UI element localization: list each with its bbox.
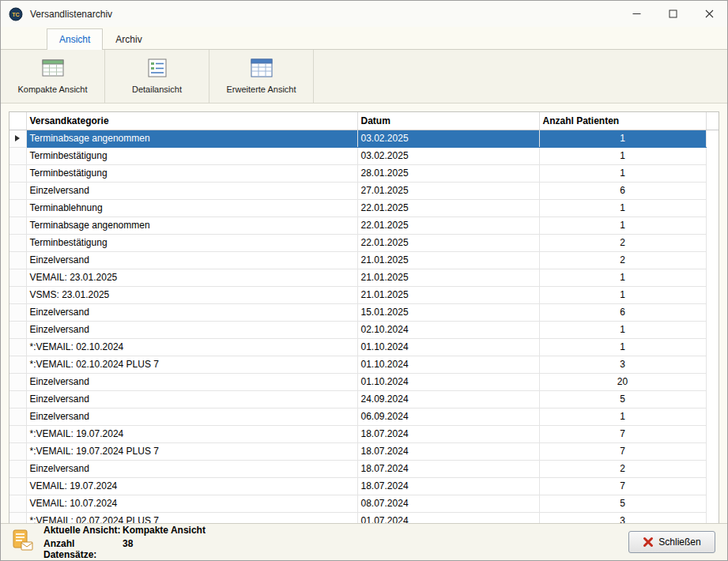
cell-versandkategorie[interactable]: VEMAIL: 23.01.2025	[26, 269, 357, 286]
row-selector-cell[interactable]	[9, 477, 26, 495]
table-row[interactable]: Terminablehnung22.01.20251	[9, 199, 719, 216]
cell-anzahl-patienten[interactable]: 1	[539, 216, 706, 234]
header-datum[interactable]: Datum	[357, 112, 539, 130]
detailansicht-button[interactable]: Detailansicht	[105, 50, 209, 103]
table-row[interactable]: Terminbestätigung28.01.20251	[9, 164, 719, 182]
cell-anzahl-patienten[interactable]: 1	[539, 408, 706, 425]
cell-anzahl-patienten[interactable]: 7	[539, 442, 706, 460]
cell-versandkategorie[interactable]: Einzelversand	[26, 182, 357, 199]
cell-versandkategorie[interactable]: Einzelversand	[26, 408, 357, 425]
row-selector-cell[interactable]	[9, 251, 26, 269]
cell-datum[interactable]: 18.07.2024	[357, 425, 539, 442]
table-row[interactable]: Terminabsage angenommen22.01.20251	[9, 216, 719, 234]
tab-ansicht[interactable]: Ansicht	[47, 28, 103, 50]
cell-anzahl-patienten[interactable]: 5	[539, 390, 706, 408]
row-selector-cell[interactable]	[9, 182, 26, 199]
cell-anzahl-patienten[interactable]: 1	[539, 130, 706, 147]
table-row[interactable]: *:VEMAIL: 19.07.2024 PLUS 718.07.20247	[9, 442, 719, 460]
cell-versandkategorie[interactable]: VSMS: 23.01.2025	[26, 286, 357, 303]
cell-versandkategorie[interactable]: Einzelversand	[26, 460, 357, 477]
cell-datum[interactable]: 08.07.2024	[357, 495, 539, 512]
cell-datum[interactable]: 18.07.2024	[357, 477, 539, 495]
row-selector-cell[interactable]	[9, 460, 26, 477]
cell-anzahl-patienten[interactable]: 3	[539, 356, 706, 373]
row-selector-cell[interactable]	[9, 286, 26, 303]
cell-versandkategorie[interactable]: *:VEMAIL: 02.10.2024 PLUS 7	[26, 356, 357, 373]
row-selector-cell[interactable]	[9, 199, 26, 216]
cell-versandkategorie[interactable]: Terminabsage angenommen	[26, 130, 357, 147]
cell-versandkategorie[interactable]: Terminabsage angenommen	[26, 216, 357, 234]
schliessen-button[interactable]: Schließen	[628, 531, 715, 553]
cell-datum[interactable]: 01.10.2024	[357, 356, 539, 373]
cell-versandkategorie[interactable]: Terminablehnung	[26, 199, 357, 216]
cell-datum[interactable]: 22.01.2025	[357, 216, 539, 234]
table-row[interactable]: Terminbestätigung03.02.20251	[9, 147, 719, 164]
cell-versandkategorie[interactable]: Einzelversand	[26, 373, 357, 390]
cell-anzahl-patienten[interactable]: 1	[539, 286, 706, 303]
minimize-button[interactable]	[618, 1, 654, 27]
cell-datum[interactable]: 21.01.2025	[357, 286, 539, 303]
row-selector-cell[interactable]	[9, 408, 26, 425]
table-row[interactable]: Einzelversand15.01.20256	[9, 303, 719, 321]
table-row[interactable]: *:VEMAIL: 02.10.2024 PLUS 701.10.20243	[9, 356, 719, 373]
row-selector-cell[interactable]	[9, 321, 26, 338]
cell-anzahl-patienten[interactable]: 7	[539, 425, 706, 442]
cell-anzahl-patienten[interactable]: 1	[539, 164, 706, 182]
table-row[interactable]: Terminbestätigung22.01.20252	[9, 234, 719, 251]
cell-datum[interactable]: 06.09.2024	[357, 408, 539, 425]
table-row[interactable]: Terminabsage angenommen03.02.20251	[9, 130, 719, 147]
cell-versandkategorie[interactable]: Terminbestätigung	[26, 234, 357, 251]
erweiterte-ansicht-button[interactable]: Erweiterte Ansicht	[209, 50, 313, 103]
kompakte-ansicht-button[interactable]: Kompakte Ansicht	[1, 50, 104, 103]
table-row[interactable]: *:VEMAIL: 02.07.2024 PLUS 701.07.20243	[9, 512, 719, 523]
cell-anzahl-patienten[interactable]: 6	[539, 303, 706, 321]
table-row[interactable]: Einzelversand21.01.20252	[9, 251, 719, 269]
cell-anzahl-patienten[interactable]: 6	[539, 182, 706, 199]
cell-datum[interactable]: 02.10.2024	[357, 321, 539, 338]
cell-anzahl-patienten[interactable]: 5	[539, 495, 706, 512]
cell-anzahl-patienten[interactable]: 20	[539, 373, 706, 390]
cell-anzahl-patienten[interactable]: 3	[539, 512, 706, 523]
maximize-button[interactable]	[654, 1, 691, 27]
cell-datum[interactable]: 21.01.2025	[357, 269, 539, 286]
table-row[interactable]: VEMAIL: 19.07.202418.07.20247	[9, 477, 719, 495]
row-selector-cell[interactable]	[9, 338, 26, 356]
cell-datum[interactable]: 18.07.2024	[357, 460, 539, 477]
tab-archiv[interactable]: Archiv	[103, 28, 154, 49]
cell-versandkategorie[interactable]: *:VEMAIL: 19.07.2024	[26, 425, 357, 442]
cell-datum[interactable]: 01.10.2024	[357, 373, 539, 390]
cell-anzahl-patienten[interactable]: 1	[539, 147, 706, 164]
cell-versandkategorie[interactable]: Terminbestätigung	[26, 164, 357, 182]
cell-versandkategorie[interactable]: Einzelversand	[26, 390, 357, 408]
cell-datum[interactable]: 01.07.2024	[357, 512, 539, 523]
cell-anzahl-patienten[interactable]: 2	[539, 460, 706, 477]
cell-versandkategorie[interactable]: *:VEMAIL: 02.07.2024 PLUS 7	[26, 512, 357, 523]
cell-anzahl-patienten[interactable]: 1	[539, 269, 706, 286]
row-selector-cell[interactable]	[9, 147, 26, 164]
row-selector-cell[interactable]	[9, 442, 26, 460]
cell-datum[interactable]: 03.02.2025	[357, 147, 539, 164]
cell-datum[interactable]: 15.01.2025	[357, 303, 539, 321]
cell-datum[interactable]: 27.01.2025	[357, 182, 539, 199]
cell-anzahl-patienten[interactable]: 1	[539, 199, 706, 216]
cell-anzahl-patienten[interactable]: 1	[539, 338, 706, 356]
cell-datum[interactable]: 01.10.2024	[357, 338, 539, 356]
row-selector-cell[interactable]	[9, 216, 26, 234]
row-selector-cell[interactable]	[9, 425, 26, 442]
table-row[interactable]: Einzelversand27.01.20256	[9, 182, 719, 199]
cell-datum[interactable]: 03.02.2025	[357, 130, 539, 147]
cell-versandkategorie[interactable]: Einzelversand	[26, 321, 357, 338]
cell-versandkategorie[interactable]: Terminbestätigung	[26, 147, 357, 164]
cell-datum[interactable]: 24.09.2024	[357, 390, 539, 408]
cell-versandkategorie[interactable]: Einzelversand	[26, 303, 357, 321]
cell-datum[interactable]: 28.01.2025	[357, 164, 539, 182]
table-row[interactable]: Einzelversand02.10.20241	[9, 321, 719, 338]
row-selector-cell[interactable]	[9, 373, 26, 390]
table-row[interactable]: VEMAIL: 23.01.202521.01.20251	[9, 269, 719, 286]
cell-anzahl-patienten[interactable]: 7	[539, 477, 706, 495]
row-selector-cell[interactable]	[9, 234, 26, 251]
table-row[interactable]: Einzelversand18.07.20242	[9, 460, 719, 477]
row-selector-cell[interactable]	[9, 495, 26, 512]
table-row[interactable]: Einzelversand01.10.202420	[9, 373, 719, 390]
row-selector-cell[interactable]	[9, 130, 26, 147]
